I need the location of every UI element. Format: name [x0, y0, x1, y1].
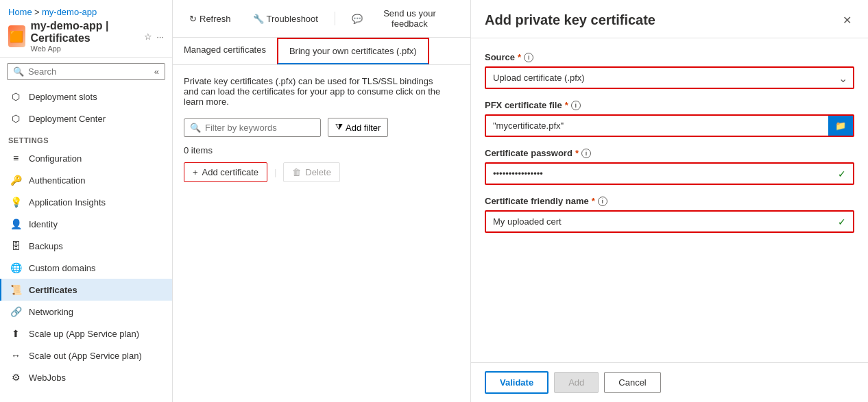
- friendly-name-row: ✓: [485, 210, 854, 233]
- app-subtitle: Web App: [31, 45, 139, 53]
- settings-section-title: Settings: [0, 129, 172, 147]
- webjobs-icon: ⚙: [10, 371, 22, 384]
- panel-footer: Validate Add Cancel: [471, 362, 868, 402]
- friendly-name-form-group: Certificate friendly name * i ✓: [485, 196, 854, 233]
- add-filter-button[interactable]: ⧩ Add filter: [328, 118, 388, 137]
- sidebar-item-scale-out[interactable]: ↔ Scale out (App Service plan): [0, 344, 172, 366]
- add-filter-label: Add filter: [346, 123, 381, 133]
- filter-input-wrapper[interactable]: 🔍: [184, 118, 321, 137]
- sidebar-item-label: Identity: [29, 219, 58, 229]
- panel-header: Add private key certificate ✕: [471, 0, 868, 38]
- sidebar-item-custom-domains[interactable]: 🌐 Custom domains: [0, 257, 172, 279]
- deployment-slots-icon: ⬡: [10, 90, 22, 103]
- identity-icon: 👤: [10, 218, 22, 230]
- star-icon[interactable]: ☆: [144, 32, 152, 42]
- sidebar-item-certificates[interactable]: 📜 Certificates: [0, 279, 172, 301]
- filter-row: 🔍 ⧩ Add filter: [184, 118, 459, 137]
- pfx-file-input-row: 📁: [485, 114, 854, 137]
- tab-managed[interactable]: Managed certificates: [173, 38, 277, 64]
- search-box[interactable]: 🔍 «: [7, 63, 165, 80]
- app-title-row: 🟧 my-demo-app | Certificates Web App ☆ ·…: [8, 20, 164, 53]
- custom-domains-icon: 🌐: [10, 262, 22, 274]
- feedback-button[interactable]: 💬 Send us your feedback: [346, 5, 459, 32]
- filter-input[interactable]: [205, 123, 315, 133]
- search-input[interactable]: [28, 66, 150, 77]
- sidebar-item-identity[interactable]: 👤 Identity: [0, 213, 172, 235]
- pfx-browse-button[interactable]: 📁: [828, 116, 853, 136]
- backups-icon: 🗄: [10, 240, 22, 252]
- authentication-icon: 🔑: [10, 174, 22, 186]
- sidebar-item-label: Application Insights: [29, 197, 106, 208]
- sidebar-item-label: Backups: [29, 241, 63, 251]
- refresh-icon: ↻: [189, 14, 197, 24]
- action-separator: |: [274, 167, 276, 177]
- app-icon: 🟧: [8, 25, 25, 47]
- pfx-form-group: PFX certificate file * i 📁: [485, 100, 854, 137]
- toolbar: ↻ Refresh 🔧 Troubleshoot 💬 Send us your …: [173, 0, 470, 38]
- more-icon[interactable]: ···: [156, 32, 164, 42]
- add-button[interactable]: Add: [554, 372, 599, 393]
- action-row: + Add certificate | 🗑 Delete: [184, 162, 459, 182]
- cancel-button[interactable]: Cancel: [604, 372, 660, 393]
- delete-icon: 🗑: [292, 167, 301, 177]
- friendly-name-info-icon[interactable]: i: [598, 197, 607, 206]
- tab-bring-own[interactable]: Bring your own certificates (.pfx): [277, 38, 429, 64]
- panel-title: Add private key certificate: [485, 12, 655, 28]
- delete-label: Delete: [305, 167, 331, 177]
- app-title: my-demo-app | Certificates: [31, 20, 139, 45]
- breadcrumb-home[interactable]: Home: [8, 7, 32, 17]
- friendly-name-required: *: [592, 196, 595, 206]
- sidebar-header: Home > my-demo-app 🟧 my-demo-app | Certi…: [0, 0, 172, 58]
- delete-button[interactable]: 🗑 Delete: [283, 162, 340, 182]
- sidebar-item-label: Deployment slots: [29, 92, 97, 102]
- friendly-name-input[interactable]: [486, 212, 853, 231]
- sidebar-item-label: Configuration: [29, 153, 82, 164]
- sidebar-item-deployment-center[interactable]: ⬡ Deployment Center: [0, 108, 172, 129]
- breadcrumb-app[interactable]: my-demo-app: [42, 7, 97, 17]
- pfx-info-icon[interactable]: i: [571, 101, 581, 110]
- password-input[interactable]: [486, 164, 853, 184]
- password-input-row: ✓: [485, 162, 854, 185]
- sidebar-item-label: Scale out (App Service plan): [29, 351, 142, 361]
- pfx-required: *: [565, 100, 568, 110]
- breadcrumb: Home > my-demo-app: [8, 7, 164, 17]
- scale-out-icon: ↔: [10, 349, 22, 362]
- add-certificate-button[interactable]: + Add certificate: [184, 162, 267, 182]
- panel-content: Source * i Upload certificate (.pfx) Imp…: [471, 38, 868, 362]
- sidebar-item-label: Custom domains: [29, 263, 96, 273]
- sidebar-item-networking[interactable]: 🔗 Networking: [0, 301, 172, 323]
- sidebar-item-application-insights[interactable]: 💡 Application Insights: [0, 191, 172, 213]
- troubleshoot-button[interactable]: 🔧 Troubleshoot: [248, 11, 324, 27]
- refresh-label: Refresh: [200, 14, 231, 24]
- source-select[interactable]: Upload certificate (.pfx) Import App Ser…: [485, 66, 854, 89]
- items-count: 0 items: [184, 145, 459, 155]
- pfx-file-input[interactable]: [486, 116, 828, 136]
- search-icon: 🔍: [13, 66, 24, 77]
- sidebar-item-backups[interactable]: 🗄 Backups: [0, 235, 172, 257]
- sidebar-item-configuration[interactable]: ≡ Configuration: [0, 147, 172, 169]
- sidebar-item-label: WebJobs: [29, 373, 66, 383]
- browse-icon: 📁: [835, 121, 846, 131]
- password-label: Certificate password * i: [485, 148, 854, 158]
- tab-managed-label: Managed certificates: [184, 45, 266, 55]
- side-panel: Add private key certificate ✕ Source * i…: [470, 0, 868, 402]
- plus-icon: +: [193, 167, 198, 177]
- validate-button[interactable]: Validate: [485, 371, 548, 394]
- deployment-center-icon: ⬡: [10, 112, 22, 125]
- password-info-icon[interactable]: i: [581, 149, 591, 158]
- refresh-button[interactable]: ↻ Refresh: [184, 11, 237, 27]
- filter-funnel-icon: ⧩: [335, 122, 343, 133]
- source-form-group: Source * i Upload certificate (.pfx) Imp…: [485, 52, 854, 89]
- add-certificate-label: Add certificate: [202, 167, 258, 177]
- sidebar-item-deployment-slots[interactable]: ⬡ Deployment slots: [0, 86, 172, 108]
- sidebar: Home > my-demo-app 🟧 my-demo-app | Certi…: [0, 0, 173, 402]
- sidebar-item-authentication[interactable]: 🔑 Authentication: [0, 169, 172, 191]
- certificates-icon: 📜: [10, 284, 22, 296]
- sidebar-item-webjobs[interactable]: ⚙ WebJobs: [0, 366, 172, 388]
- sidebar-item-scale-up[interactable]: ⬆ Scale up (App Service plan): [0, 323, 172, 344]
- troubleshoot-label: Troubleshoot: [267, 14, 318, 24]
- close-panel-button[interactable]: ✕: [840, 11, 854, 29]
- title-actions: ☆ ···: [144, 32, 164, 42]
- source-info-icon[interactable]: i: [524, 53, 533, 62]
- collapse-icon[interactable]: «: [154, 66, 159, 77]
